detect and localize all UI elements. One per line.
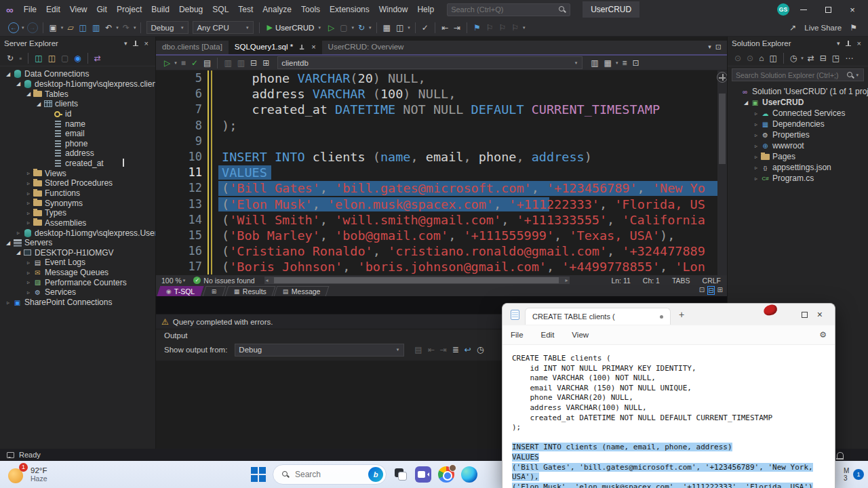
undo-button[interactable]: ↶ [102, 20, 115, 35]
notepad-line-13[interactable]: USA'), [512, 472, 835, 483]
tree-item-tables[interactable]: ◢Tables [0, 89, 155, 99]
feedback-smiley-icon[interactable] [7, 452, 14, 458]
parse-query-button[interactable]: ✓ [189, 56, 201, 70]
solution-search-input[interactable] [736, 71, 846, 79]
results-grid-button[interactable]: ▦ [601, 56, 614, 70]
tree-item-types[interactable]: ▹Types [0, 208, 155, 218]
tree-item-wwwroot[interactable]: ▹⊕wwwroot [728, 140, 868, 151]
maximize-button[interactable] [818, 1, 838, 18]
collapsed-arrow-icon[interactable]: ▹ [752, 132, 760, 138]
close-icon[interactable]: × [142, 39, 151, 47]
execute-dropdown[interactable]: ▾ [173, 60, 178, 66]
tree-item-dependencies[interactable]: ▹▦Dependencies [728, 119, 868, 129]
menu-edit[interactable]: Edit [41, 0, 65, 19]
zoom-dropdown-icon[interactable]: ▾ [182, 278, 187, 283]
overflow-button[interactable]: ⋯ [842, 51, 856, 66]
tree-item-id[interactable]: id [0, 109, 155, 119]
close-button[interactable]: × [817, 309, 823, 320]
collapsed-arrow-icon[interactable]: ▹ [752, 154, 760, 160]
code-line-12[interactable]: 12('Bill Gates', 'bill.gates@microsoft.c… [156, 180, 717, 196]
collapsed-arrow-icon[interactable]: ▹ [24, 190, 33, 197]
code-line-7[interactable]: 7 created_at DATETIME NOT NULL DEFAULT C… [156, 102, 717, 117]
restart-dropdown[interactable]: ▾ [368, 25, 373, 30]
bookmark-dropdown[interactable]: ▾ [521, 25, 527, 30]
menu-git[interactable]: Git [92, 0, 112, 19]
tree-item-desktop-h1iomgv-sqlexpress-clientdb[interactable]: ◢desktop-h1iomgv\sqlexpress.clientdb. [0, 79, 155, 89]
task-view-button[interactable] [393, 467, 408, 482]
document-tab-sqlquery1-sql[interactable]: SQLQuery1.sql *× [229, 39, 322, 54]
code-line-8[interactable]: 8); [156, 118, 717, 134]
tree-item-servers[interactable]: ◢Servers [0, 238, 155, 248]
notepad-line-11[interactable]: VALUES [512, 453, 835, 463]
notepad-menu-file[interactable]: File [511, 331, 524, 339]
code-line-5[interactable]: 5 phone VARCHAR(20) NULL, [156, 70, 717, 86]
tree-item-address[interactable]: address [0, 148, 155, 159]
open-file-button[interactable]: ▱ [64, 20, 76, 35]
code-line-16[interactable]: 16('Cristiano Ronaldo', 'cristiano.ronal… [156, 243, 717, 259]
menu-extensions[interactable]: Extensions [325, 0, 374, 19]
notifications-bell-icon[interactable] [837, 452, 844, 458]
new-project-button[interactable]: ▣ [47, 20, 60, 35]
split-grid-icon[interactable]: ⊞ [717, 286, 723, 295]
clock-partial[interactable]: M 3 [844, 467, 850, 482]
insert-snippet-button[interactable]: ▥ [588, 56, 601, 70]
pin-icon[interactable] [133, 40, 139, 47]
tab-tsql[interactable]: ◉ T-SQL [157, 286, 204, 296]
expanded-arrow-icon[interactable]: ◢ [14, 249, 22, 256]
collapsed-arrow-icon[interactable]: ▹ [752, 176, 760, 182]
weather-widget[interactable]: 1 92°F Haze [8, 466, 47, 483]
spell-check-button[interactable]: ✓ [419, 20, 431, 35]
sync-with-active-document-button[interactable]: ⇄ [805, 51, 817, 66]
edge-icon[interactable] [461, 466, 477, 483]
collapsed-arrow-icon[interactable]: ▹ [24, 289, 33, 296]
add-connection-button[interactable]: ◫ [45, 51, 58, 66]
connection-options-button[interactable]: ⊞ [260, 56, 272, 70]
menu-sql[interactable]: SQL [208, 0, 233, 19]
notepad-menu-edit[interactable]: Edit [541, 331, 555, 339]
notepad-line-10[interactable]: INSERT INTO clients (name, email, phone,… [512, 443, 835, 453]
pending-changes-filter-button[interactable]: ◷ [787, 51, 800, 66]
package-manager-button[interactable]: ▦ [380, 20, 393, 35]
tree-item-stored-procedures[interactable]: ▹Stored Procedures [0, 178, 155, 188]
tab-message[interactable]: ▤ Message [274, 286, 330, 296]
expanded-arrow-icon[interactable]: ◢ [742, 100, 750, 106]
new-project-dropdown[interactable]: ▾ [60, 25, 65, 30]
tree-item-assemblies[interactable]: ▹Assemblies [0, 218, 155, 228]
collapsed-arrow-icon[interactable]: ▹ [24, 279, 33, 285]
menu-view[interactable]: View [65, 0, 92, 19]
tree-item-message-queues[interactable]: ▹✉Message Queues [0, 268, 155, 278]
tree-item-services[interactable]: ▹⚙Services [0, 287, 155, 298]
start-button[interactable] [251, 467, 266, 482]
tree-item-clients[interactable]: ◢clients [0, 99, 155, 109]
tree-item-desktop-h1iomgv[interactable]: ◢DESKTOP-H1IOMGV [0, 248, 155, 258]
solution-search-box[interactable]: ▾ [732, 68, 864, 81]
tree-item-event-logs[interactable]: ▹▤Event Logs [0, 258, 155, 268]
indent-increase-button[interactable]: ⇥ [451, 20, 463, 35]
notepad-line-2[interactable]: id INT NOT NULL PRIMARY KEY IDENTITY, [512, 364, 835, 374]
window-layout-button[interactable]: ◫ [393, 20, 406, 35]
collapsed-arrow-icon[interactable]: ▹ [24, 200, 33, 206]
scrollbar-thumb[interactable] [274, 277, 559, 283]
scrollbar-thumb[interactable] [719, 94, 726, 164]
tree-item-connected-services[interactable]: ▹☁Connected Services [728, 108, 868, 119]
output-source-dropdown[interactable]: Debug▾ [235, 344, 404, 357]
connect-to-database-button[interactable]: ◫ [32, 51, 45, 66]
auto-arrange-button[interactable]: ⇄ [92, 51, 104, 66]
notepad-tab[interactable]: CREATE TABLE clients ( [525, 308, 671, 325]
code-line-9[interactable]: 9 [156, 134, 717, 149]
live-share-button[interactable]: Live Share [804, 24, 842, 32]
redo-dropdown[interactable]: ▾ [132, 25, 138, 30]
collapse-all-button[interactable]: ⊟ [817, 51, 829, 66]
navigate-backward-button[interactable]: ← [8, 22, 19, 33]
tree-item-synonyms[interactable]: ▹Synonyms [0, 198, 155, 208]
collapsed-arrow-icon[interactable]: ▹ [14, 230, 22, 236]
code-line-10[interactable]: 10INSERT INTO clients (name, email, phon… [156, 149, 717, 165]
tree-item-usercrud[interactable]: ◢▣UserCRUD [728, 97, 868, 108]
expanded-arrow-icon[interactable]: ◢ [14, 81, 22, 87]
collapsed-arrow-icon[interactable]: ▹ [24, 170, 33, 176]
menu-window[interactable]: Window [374, 0, 413, 19]
zoom-app-icon[interactable] [415, 466, 431, 483]
tree-item-phone[interactable]: phone [0, 138, 155, 148]
tree-item-functions[interactable]: ▹Functions [0, 188, 155, 199]
close-button[interactable]: × [842, 1, 863, 18]
